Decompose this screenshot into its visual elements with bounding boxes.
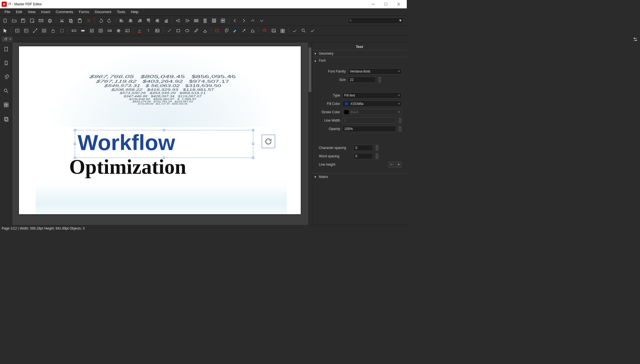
sidebar-search-icon[interactable] — [2, 86, 11, 95]
align-left-icon[interactable] — [117, 16, 126, 25]
align-top-icon[interactable] — [144, 16, 153, 25]
select-tool-icon[interactable] — [1, 26, 9, 35]
minimize-button[interactable] — [367, 0, 379, 8]
ellipse-tool-icon[interactable] — [183, 26, 191, 35]
font-family-select[interactable]: Verdana-Bold▼ — [348, 68, 402, 74]
menu-view[interactable]: View — [25, 9, 38, 15]
sidebar-attachments-icon[interactable] — [2, 73, 11, 81]
char-spacing-input[interactable]: 0 — [353, 145, 373, 151]
page-surface[interactable]: $967,766.05 $805,049.45 $856,095.46 $767… — [19, 46, 301, 214]
open-icon[interactable] — [10, 16, 18, 25]
sidebar-bookmarks-icon[interactable] — [2, 59, 11, 68]
mail-icon[interactable] — [37, 16, 45, 25]
new-icon[interactable] — [1, 16, 9, 25]
tab-close-icon[interactable]: ✕ — [9, 37, 11, 40]
menu-forms[interactable]: Forms — [76, 9, 92, 15]
stamp-icon[interactable] — [278, 26, 287, 35]
paste-icon[interactable] — [76, 16, 84, 25]
char-spacing-spin[interactable]: ▲▼ — [375, 145, 379, 151]
check-icon[interactable] — [308, 26, 317, 35]
prev-page-icon[interactable] — [231, 16, 239, 25]
line-tool-icon[interactable] — [165, 26, 174, 35]
canvas[interactable]: $967,766.05 $805,049.45 $856,095.46 $767… — [12, 42, 312, 225]
indent-left-icon[interactable] — [174, 16, 182, 25]
dist-v-icon[interactable] — [201, 16, 209, 25]
sidebar-thumbnails-icon[interactable] — [2, 100, 11, 109]
delete-icon[interactable] — [85, 16, 93, 25]
menu-file[interactable]: File — [2, 9, 13, 15]
line-height-plus[interactable]: + — [396, 161, 402, 168]
print-icon[interactable] — [46, 16, 54, 25]
button-field-icon[interactable] — [79, 26, 87, 35]
marquee-icon[interactable] — [58, 26, 66, 35]
sidebar-pages-icon[interactable] — [2, 45, 11, 54]
down-icon[interactable] — [258, 16, 266, 25]
search-box[interactable]: ▼ — [348, 18, 403, 24]
opacity-input[interactable]: 100% — [342, 126, 396, 132]
indent-right-icon[interactable] — [183, 16, 191, 25]
zoom-tool-icon[interactable] — [299, 26, 308, 35]
attachment-icon[interactable] — [222, 26, 230, 35]
text-color-icon[interactable]: A — [135, 26, 144, 35]
highlight-icon[interactable] — [231, 26, 239, 35]
tab-it[interactable]: IT ✕ — [2, 37, 13, 42]
menu-edit[interactable]: Edit — [13, 9, 25, 15]
fill-color-select[interactable]: #153d8a▼ — [342, 101, 402, 107]
image-ann-icon[interactable] — [270, 26, 278, 35]
checkbox-icon[interactable] — [88, 26, 96, 35]
pencil-tool-icon[interactable] — [192, 26, 200, 35]
text-callout-icon[interactable]: T — [261, 26, 269, 35]
redo-icon[interactable] — [105, 16, 114, 25]
rectangle-ann-icon[interactable] — [213, 26, 221, 35]
combo-field-icon[interactable] — [105, 26, 114, 35]
save-icon[interactable] — [19, 16, 27, 25]
menu-document[interactable]: Document — [92, 9, 114, 15]
sidebar-layers-icon[interactable] — [2, 114, 11, 123]
headline-optimization[interactable]: Optimization — [69, 155, 186, 179]
next-page-icon[interactable] — [240, 16, 248, 25]
insert-image-icon[interactable] — [153, 26, 162, 35]
cut-icon[interactable] — [58, 16, 66, 25]
edit-text-icon[interactable]: T — [13, 26, 21, 35]
snap-icon[interactable] — [219, 16, 227, 25]
grid-icon[interactable] — [210, 16, 218, 25]
word-spacing-spin[interactable]: ▲▼ — [375, 153, 379, 159]
radio-field-icon[interactable] — [114, 26, 123, 35]
section-geometry[interactable]: ▾Geometry — [312, 50, 407, 57]
menu-help[interactable]: Help — [128, 9, 141, 15]
align-middle-icon[interactable] — [153, 16, 162, 25]
font-size-input[interactable]: 22 — [348, 77, 376, 83]
align-bottom-icon[interactable] — [162, 16, 170, 25]
section-font-header[interactable]: ▴Font — [312, 57, 407, 64]
line-height-minus[interactable]: − — [388, 161, 394, 168]
up-icon[interactable] — [249, 16, 257, 25]
menu-comments[interactable]: Comments — [53, 9, 76, 15]
font-size-spin[interactable]: ▲▼ — [378, 77, 381, 83]
signature-field-icon[interactable] — [123, 26, 132, 35]
edit-box-icon[interactable] — [22, 26, 30, 35]
type-select[interactable]: Fill text▼ — [342, 92, 402, 98]
edit-path-icon[interactable] — [31, 26, 39, 35]
close-button[interactable] — [392, 0, 405, 8]
dist-h-icon[interactable] — [192, 16, 200, 25]
copy-icon[interactable] — [67, 16, 75, 25]
search-dropdown-icon[interactable]: ▼ — [399, 18, 402, 23]
menu-tools[interactable]: Tools — [114, 9, 128, 15]
hand-tool-icon[interactable] — [49, 26, 57, 35]
maximize-button[interactable] — [379, 0, 392, 8]
rotate-handle-icon[interactable] — [262, 135, 275, 148]
eraser-tool-icon[interactable] — [201, 26, 209, 35]
list-field-icon[interactable] — [97, 26, 105, 35]
section-matrix[interactable]: ▾Matrix — [312, 173, 407, 180]
freehand-icon[interactable] — [290, 26, 299, 35]
arrow-ann-icon[interactable] — [240, 26, 248, 35]
polygon-ann-icon[interactable] — [249, 26, 257, 35]
rect-tool-icon[interactable] — [174, 26, 182, 35]
undo-icon[interactable] — [97, 16, 105, 25]
align-right-icon[interactable] — [135, 16, 144, 25]
selection-box[interactable] — [75, 130, 253, 158]
saveas-icon[interactable] — [28, 16, 36, 25]
align-center-icon[interactable] — [126, 16, 135, 25]
form-icon[interactable] — [40, 26, 48, 35]
insert-text-icon[interactable]: T — [144, 26, 153, 35]
